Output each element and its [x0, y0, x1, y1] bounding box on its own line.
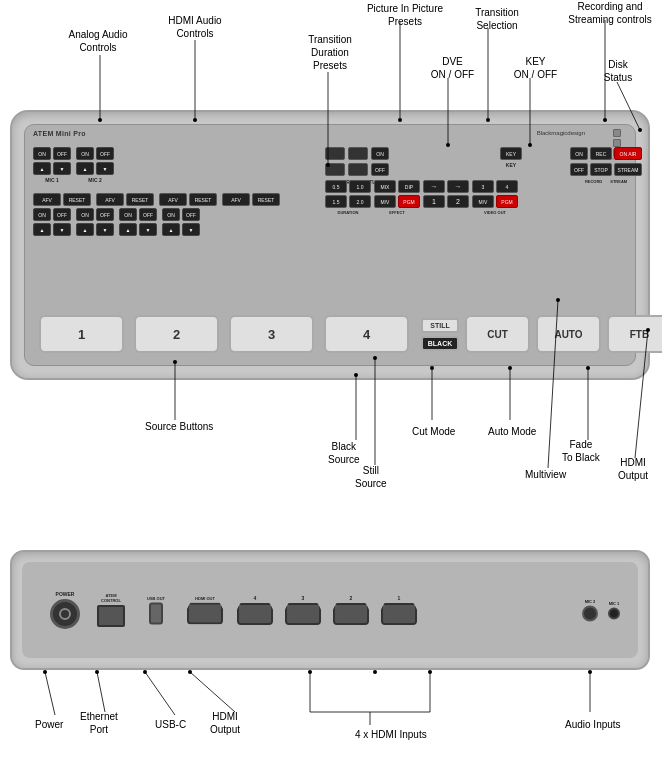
- mv-btn[interactable]: M/V: [374, 195, 396, 208]
- transition-duration-label: TransitionDurationPresets: [295, 33, 365, 72]
- cut-mode-annotation: Cut Mode: [412, 425, 455, 438]
- power-port[interactable]: [50, 599, 80, 629]
- rec-on-btn[interactable]: ON: [570, 147, 588, 160]
- trans-2-btn[interactable]: 2: [447, 195, 469, 208]
- on-air-btn[interactable]: ON AIR: [614, 147, 642, 160]
- ethernet-section: ATEMCONTROL: [97, 593, 125, 627]
- dur-15-btn[interactable]: 1.5: [325, 195, 347, 208]
- vol-dn-4[interactable]: ▼: [182, 223, 200, 236]
- rec-off-btn[interactable]: OFF: [570, 163, 588, 176]
- afv-btn-1[interactable]: AFV: [33, 193, 61, 206]
- dve-on-off-label: DVEON / OFF: [420, 55, 485, 81]
- rec-btn[interactable]: REC: [590, 147, 612, 160]
- stream-btn[interactable]: STREAM: [614, 163, 642, 176]
- ch-on-3[interactable]: ON: [119, 208, 137, 221]
- device-back-body: POWER ATEMCONTROL USB OUT HDMI OUT: [10, 550, 650, 670]
- duration-presets: 0.5 1.0 1.5 2.0 DURATION: [325, 180, 371, 215]
- rec-stream-controls: ON REC ON AIR OFF STOP STREAM RECORD STR…: [570, 147, 642, 184]
- vol-dn-2[interactable]: ▼: [96, 223, 114, 236]
- effect-presets: MIX DIP M/V PGM EFFECT: [374, 180, 420, 215]
- ftb-btn[interactable]: FTB: [607, 315, 662, 353]
- vol-dn-1[interactable]: ▼: [53, 223, 71, 236]
- still-btn[interactable]: STILL: [421, 318, 459, 333]
- stop-btn[interactable]: STOP: [590, 163, 612, 176]
- ch-on-4[interactable]: ON: [162, 208, 180, 221]
- dur-05-btn[interactable]: 0.5: [325, 180, 347, 193]
- ch-off-3[interactable]: OFF: [139, 208, 157, 221]
- vout-mv-btn[interactable]: M/V: [472, 195, 494, 208]
- ch2-up-btn[interactable]: ▲: [76, 162, 94, 175]
- hdmi-input-1: 1: [381, 595, 417, 625]
- afv-btn-3[interactable]: AFV: [159, 193, 187, 206]
- vol-up-1[interactable]: ▲: [33, 223, 51, 236]
- key-section: KEY KEY: [500, 147, 522, 168]
- pip-pos-br[interactable]: [348, 163, 368, 176]
- hdmi-inputs-annotation: 4 x HDMI Inputs: [355, 728, 427, 741]
- dur-row2: 1.5 2.0: [325, 195, 371, 208]
- vol-dn-3[interactable]: ▼: [139, 223, 157, 236]
- pip-off-btn[interactable]: OFF: [371, 163, 389, 176]
- hdmi-input-4: 4: [237, 595, 273, 625]
- mic2-section: MIC 2: [582, 599, 598, 622]
- dip-btn[interactable]: DIP: [398, 180, 420, 193]
- dur-20-btn[interactable]: 2.0: [349, 195, 371, 208]
- trans-1-btn[interactable]: 1: [423, 195, 445, 208]
- black-btn[interactable]: BLACK: [421, 336, 459, 351]
- afv-btn-2[interactable]: AFV: [96, 193, 124, 206]
- key-btn[interactable]: KEY: [500, 147, 522, 160]
- reset-btn-4[interactable]: RESET: [252, 193, 280, 206]
- ch-off-2[interactable]: OFF: [96, 208, 114, 221]
- ch2-on-btn[interactable]: ON: [76, 147, 94, 160]
- ch2-off-btn[interactable]: OFF: [96, 147, 114, 160]
- mix-btn[interactable]: MIX: [374, 180, 396, 193]
- ch-on-1[interactable]: ON: [33, 208, 51, 221]
- ch-onoff-3: ON OFF: [119, 208, 157, 221]
- reset-btn-2[interactable]: RESET: [126, 193, 154, 206]
- vol-up-4[interactable]: ▲: [162, 223, 180, 236]
- ch1-down-btn[interactable]: ▼: [53, 162, 71, 175]
- vol-up-2[interactable]: ▲: [76, 223, 94, 236]
- vout-3-btn[interactable]: 3: [472, 180, 494, 193]
- reset-btn-1[interactable]: RESET: [63, 193, 91, 206]
- pip-pos-tl[interactable]: [325, 147, 345, 160]
- svg-line-40: [190, 672, 235, 712]
- source-btn-4[interactable]: 4: [324, 315, 409, 353]
- usbc-annotation: USB-C: [155, 718, 186, 731]
- hdmi-1-label: 1: [398, 595, 401, 601]
- dur-10-btn[interactable]: 1.0: [349, 180, 371, 193]
- pgm-btn[interactable]: PGM: [398, 195, 420, 208]
- auto-mode-annotation: Auto Mode: [488, 425, 536, 438]
- ch-off-4[interactable]: OFF: [182, 208, 200, 221]
- pip-on-btn[interactable]: ON: [371, 147, 389, 160]
- vout-4-btn[interactable]: 4: [496, 180, 518, 193]
- cut-btn[interactable]: CUT: [465, 315, 530, 353]
- ch1-on-btn[interactable]: ON: [33, 147, 51, 160]
- vout-pgm-btn[interactable]: PGM: [496, 195, 518, 208]
- source-btn-2[interactable]: 2: [134, 315, 219, 353]
- back-panel-section: POWER ATEMCONTROL USB OUT HDMI OUT: [0, 520, 662, 766]
- usbc-section: USB OUT: [147, 596, 165, 625]
- ch2-down-btn[interactable]: ▼: [96, 162, 114, 175]
- source-btn-3[interactable]: 3: [229, 315, 314, 353]
- audio-inputs-section: MIC 2 MIC 1: [582, 599, 620, 622]
- trans-dir-row1: → →: [423, 180, 469, 193]
- ch1-up-btn[interactable]: ▲: [33, 162, 51, 175]
- vol-up-3[interactable]: ▲: [119, 223, 137, 236]
- ch1-off-btn[interactable]: OFF: [53, 147, 71, 160]
- pip-pos-tr[interactable]: [348, 147, 368, 160]
- rec-row2: OFF STOP STREAM: [570, 163, 642, 176]
- trans-prev-btn[interactable]: →: [423, 180, 445, 193]
- brand-label: Blackmagicdesign: [537, 130, 585, 136]
- source-btn-1[interactable]: 1: [39, 315, 124, 353]
- key-controls: KEY KEY: [500, 147, 522, 168]
- auto-btn[interactable]: AUTO: [536, 315, 601, 353]
- afv-btn-4[interactable]: AFV: [222, 193, 250, 206]
- video-out-label: VIDEO OUT: [472, 210, 518, 215]
- hdmi-audio-label: HDMI Audio Controls: [155, 14, 235, 40]
- ch-on-2[interactable]: ON: [76, 208, 94, 221]
- trans-next-btn[interactable]: →: [447, 180, 469, 193]
- reset-btn-3[interactable]: RESET: [189, 193, 217, 206]
- pip-pos-bl[interactable]: [325, 163, 345, 176]
- ch-off-1[interactable]: OFF: [53, 208, 71, 221]
- led-2: [613, 139, 621, 147]
